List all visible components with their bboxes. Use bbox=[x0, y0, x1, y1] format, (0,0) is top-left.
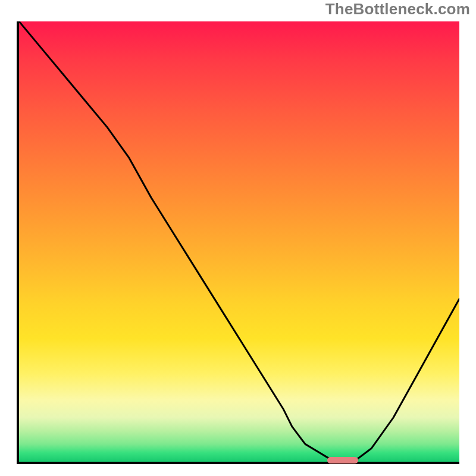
chart-frame: TheBottleneck.com bbox=[0, 0, 476, 476]
watermark-label: TheBottleneck.com bbox=[325, 0, 470, 18]
bottleneck-curve bbox=[19, 21, 459, 462]
curve-path bbox=[19, 21, 459, 462]
optimal-range-marker bbox=[327, 457, 358, 464]
plot-area bbox=[17, 21, 459, 464]
